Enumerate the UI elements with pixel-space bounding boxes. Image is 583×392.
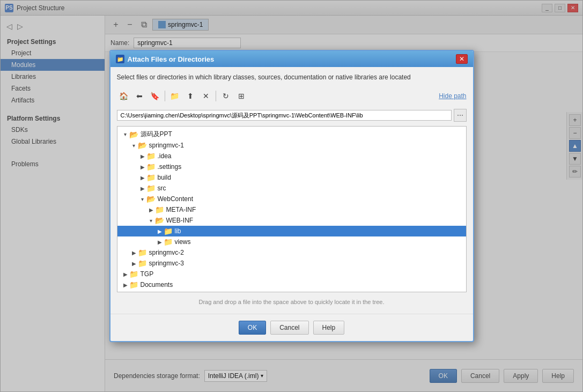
expand-yuanma[interactable]: ▾ — [122, 131, 129, 138]
modal-toolbar: 🏠 ⬅ 🔖 📁 ⬆ ✕ ↻ ⊞ Hide path — [117, 87, 467, 105]
expand-build[interactable]: ▶ — [139, 174, 146, 181]
tree-label: Documents — [141, 281, 173, 289]
tree-label: WEB-INF — [166, 217, 194, 224]
tree-label: .settings — [158, 163, 182, 171]
expand-src[interactable]: ▶ — [139, 184, 146, 192]
expand-springmvc3[interactable]: ▶ — [130, 260, 138, 267]
folder-icon: 📁 — [129, 280, 138, 289]
expand-springmvc2[interactable]: ▶ — [130, 249, 138, 256]
modal-title-bar: 📁 Attach Files or Directories ✕ — [110, 51, 473, 67]
tb-refresh-button[interactable]: ↻ — [219, 90, 233, 102]
attach-files-dialog: 📁 Attach Files or Directories ✕ Select f… — [109, 50, 474, 342]
tb-new-folder-button[interactable]: 📁 — [168, 90, 182, 102]
tree-item-settings[interactable]: ▶ 📁 .settings — [117, 161, 466, 172]
modal-toolbar-left: 🏠 ⬅ 🔖 📁 ⬆ ✕ ↻ ⊞ — [117, 90, 248, 102]
tree-label: springmvc-2 — [149, 249, 184, 256]
tree-label: springmvc-3 — [149, 260, 184, 267]
expand-metainf[interactable]: ▶ — [147, 206, 155, 213]
tree-item-webinf[interactable]: ▾ 📂 WEB-INF — [117, 215, 466, 226]
modal-overlay: 📁 Attach Files or Directories ✕ Select f… — [1, 1, 582, 391]
folder-icon: 📁 — [164, 238, 173, 246]
modal-close-button[interactable]: ✕ — [456, 54, 468, 64]
folder-icon: 📁 — [146, 162, 156, 171]
tree-item-tgp[interactable]: ▶ 📁 TGP — [117, 269, 466, 279]
modal-cancel-button[interactable]: Cancel — [270, 321, 308, 335]
tree-item-metainf[interactable]: ▶ 📁 META-INF — [117, 204, 466, 215]
tree-item-views[interactable]: ▶ 📁 views — [117, 236, 466, 247]
tb-tag-button[interactable]: 🔖 — [148, 90, 162, 102]
folder-icon: 📂 — [146, 195, 156, 203]
tree-label: META-INF — [166, 206, 196, 213]
tree-label: WebContent — [158, 195, 194, 203]
folder-icon: 📁 — [155, 205, 164, 214]
folder-icon: 📂 — [138, 141, 147, 150]
folder-icon: 📂 — [155, 216, 164, 225]
expand-settings[interactable]: ▶ — [139, 163, 146, 171]
tree-label: .idea — [158, 152, 172, 160]
tree-item-springmvc2[interactable]: ▶ 📁 springmvc-2 — [117, 247, 466, 258]
folder-icon: 📁 — [138, 259, 147, 268]
tb-up-button[interactable]: ⬆ — [183, 90, 197, 102]
file-tree[interactable]: ▾ 📂 源码及PPT ▾ 📂 springmvc-1 ▶ 📁 .i — [117, 126, 467, 292]
modal-ok-button[interactable]: OK — [239, 321, 266, 335]
tb-delete-button[interactable]: ✕ — [199, 90, 213, 102]
modal-title-text: Attach Files or Directories — [128, 55, 215, 63]
modal-instruction: Select files or directories in which lib… — [117, 73, 467, 81]
tree-label: 源码及PPT — [141, 130, 172, 139]
tree-label: views — [175, 238, 191, 246]
hide-path-button[interactable]: Hide path — [439, 92, 466, 100]
tree-item-yuanma[interactable]: ▾ 📂 源码及PPT — [117, 129, 466, 140]
path-row: ⋯ — [117, 109, 467, 122]
modal-help-button[interactable]: Help — [313, 321, 345, 335]
tree-item-lib[interactable]: ▶ 📁 lib — [117, 226, 466, 236]
folder-icon: 📁 — [138, 248, 147, 257]
tree-item-documents[interactable]: ▶ 📁 Documents — [117, 279, 466, 290]
tree-label: TGP — [141, 270, 154, 278]
tree-label: lib — [175, 227, 181, 235]
tb-view-button[interactable]: ⊞ — [234, 90, 248, 102]
tree-item-springmvc3[interactable]: ▶ 📁 springmvc-3 — [117, 258, 466, 269]
tree-item-idea[interactable]: ▶ 📁 .idea — [117, 151, 466, 161]
modal-body: Select files or directories in which lib… — [110, 67, 473, 314]
folder-icon: 📂 — [129, 130, 138, 139]
expand-views[interactable]: ▶ — [156, 238, 164, 246]
tree-label: build — [158, 174, 171, 181]
folder-icon: 📁 — [129, 270, 138, 278]
tree-item-springmvc1[interactable]: ▾ 📂 springmvc-1 — [117, 140, 466, 151]
expand-lib[interactable]: ▶ — [156, 227, 164, 235]
folder-icon: 📁 — [146, 152, 156, 160]
modal-footer: OK Cancel Help — [110, 314, 473, 341]
tree-label: springmvc-1 — [149, 142, 184, 149]
modal-title-icon: 📁 — [116, 55, 124, 63]
expand-springmvc1[interactable]: ▾ — [130, 142, 138, 149]
expand-idea[interactable]: ▶ — [139, 152, 146, 160]
path-browse-button[interactable]: ⋯ — [454, 109, 467, 122]
tree-item-build[interactable]: ▶ 📁 build — [117, 172, 466, 183]
path-input[interactable] — [117, 110, 452, 121]
expand-webcontent[interactable]: ▾ — [139, 195, 146, 203]
tree-item-webcontent[interactable]: ▾ 📂 WebContent — [117, 194, 466, 204]
modal-title-left: 📁 Attach Files or Directories — [116, 55, 215, 63]
tb-home-button[interactable]: 🏠 — [117, 90, 131, 102]
expand-tgp[interactable]: ▶ — [122, 270, 129, 278]
tb-back-button[interactable]: ⬅ — [132, 90, 146, 102]
tb-separator-2 — [216, 91, 216, 101]
expand-webinf[interactable]: ▾ — [147, 217, 155, 224]
folder-icon: 📁 — [146, 184, 156, 193]
tb-separator-1 — [165, 91, 165, 101]
tree-label: src — [158, 184, 166, 192]
folder-icon: 📁 — [146, 173, 156, 182]
main-window: PS Project Structure _ □ ✕ ◁ ▷ Project S… — [0, 0, 583, 392]
folder-icon: 📁 — [164, 227, 173, 235]
expand-documents[interactable]: ▶ — [122, 281, 129, 289]
tree-item-src[interactable]: ▶ 📁 src — [117, 183, 466, 194]
drag-drop-hint: Drag and drop a file into the space abov… — [117, 297, 467, 307]
